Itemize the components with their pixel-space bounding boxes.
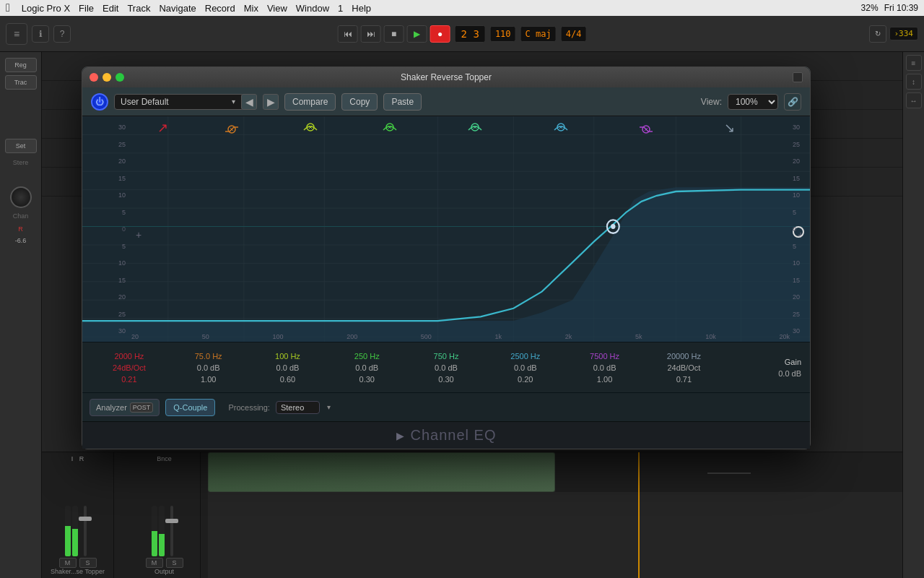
mute-button-2[interactable]: M	[146, 558, 163, 568]
band-3-gain: 0.0 dB	[276, 363, 300, 372]
plugin-controls: ⏻ User Default ▾ ◀ ▶ Compare Copy Paste …	[82, 87, 810, 116]
fast-forward-button[interactable]: ⏭	[361, 25, 381, 43]
apple-icon: 	[6, 1, 10, 14]
info-icon[interactable]: ℹ	[32, 25, 49, 43]
mixer-channel-1: I R	[42, 452, 114, 578]
band-5-handle[interactable]	[467, 121, 483, 137]
sidebar-tracks-btn[interactable]: Trac	[5, 75, 37, 90]
channel-eq-title: Channel EQ	[411, 427, 497, 444]
eq-curve-svg	[82, 116, 810, 342]
menu-navigate[interactable]: Navigate	[159, 3, 196, 14]
play-button[interactable]: ▶	[407, 25, 427, 43]
menu-logic-pro[interactable]: Logic Pro X	[22, 3, 70, 14]
compare-button[interactable]: Compare	[284, 93, 336, 111]
band-6-freq: 2500 Hz	[510, 352, 540, 361]
band-7-handle[interactable]	[638, 121, 654, 137]
expand-icon[interactable]: ↕	[906, 74, 922, 90]
post-badge: POST	[130, 402, 154, 413]
fader-handle-1[interactable]	[79, 517, 92, 521]
menu-record[interactable]: Record	[205, 3, 235, 14]
tempo-display: 110	[490, 26, 516, 42]
help-icon[interactable]: ?	[53, 25, 71, 43]
processing-dropdown-arrow: ▾	[327, 403, 331, 411]
mute-button-1[interactable]: M	[59, 558, 77, 568]
q-couple-button[interactable]: Q-Couple	[165, 399, 215, 416]
band-4-handle[interactable]	[382, 121, 398, 137]
fader-track-1	[84, 506, 87, 556]
timesig-display: 4/4	[561, 26, 587, 42]
processing-label: Processing:	[228, 403, 269, 412]
receive-button[interactable]: R	[79, 455, 84, 462]
band-4-params: 250 Hz 0.0 dB 0.30	[327, 348, 406, 388]
channel-label-2: Output	[132, 568, 197, 575]
band-parameters: 2000 Hz 24dB/Oct 0.21 75.0 Hz 0.0 dB 1.0…	[82, 342, 810, 392]
track-clip-1[interactable]	[208, 452, 555, 492]
key-display: C maj	[520, 26, 557, 42]
processing-select[interactable]: Stereo Left Right Mid Side	[276, 401, 320, 414]
traffic-lights	[90, 73, 124, 82]
view-label: View:	[701, 97, 722, 107]
solo-button-1[interactable]: S	[79, 558, 97, 568]
db-readout: -6.6	[15, 237, 27, 244]
copy-button[interactable]: Copy	[341, 93, 378, 111]
fader-handle-2[interactable]	[165, 519, 178, 523]
playhead[interactable]	[638, 452, 640, 578]
link-button[interactable]: 🔗	[784, 93, 801, 111]
analyzer-button[interactable]: Analyzer POST	[90, 399, 160, 416]
menubar:  Logic Pro X File Edit Track Navigate R…	[0, 0, 924, 16]
menu-view[interactable]: View	[267, 3, 287, 14]
menu-window[interactable]: Window	[296, 3, 329, 14]
record-button[interactable]: ●	[430, 25, 450, 43]
menu-1[interactable]: 1	[338, 3, 343, 14]
clip-placeholder	[707, 473, 751, 474]
view-select[interactable]: 100%	[728, 94, 778, 110]
preset-select[interactable]: User Default	[114, 94, 244, 110]
band-2-handle[interactable]	[224, 121, 240, 137]
vu-green-1b	[72, 529, 78, 557]
band-8-handle[interactable]: ↘	[724, 120, 735, 136]
record-label: R	[18, 225, 23, 233]
stop-button[interactable]: ■	[384, 25, 404, 43]
vu-meter-right-1	[72, 506, 78, 556]
band-1-params: 2000 Hz 24dB/Oct 0.21	[90, 348, 169, 388]
freq-20k: 20k	[779, 333, 790, 340]
bounce-button[interactable]: Bnce	[157, 455, 172, 462]
close-button[interactable]	[90, 73, 98, 82]
play-eq-button[interactable]: ▶	[396, 430, 405, 441]
band-2-q: 1.00	[201, 375, 216, 384]
mixer-icon[interactable]: ≡	[906, 55, 922, 71]
plugin-settings-icon[interactable]	[793, 72, 803, 82]
knob-1[interactable]	[10, 186, 32, 208]
paste-button[interactable]: Paste	[383, 93, 422, 111]
next-preset-button[interactable]: ▶	[263, 94, 279, 110]
input-button[interactable]: I	[71, 455, 74, 462]
cycle-button[interactable]: ↻	[869, 25, 886, 43]
menu-edit[interactable]: Edit	[103, 3, 118, 14]
sidebar-set-btn[interactable]: Set	[5, 139, 37, 153]
eq-add-left-button[interactable]: +	[133, 229, 144, 241]
prev-preset-button[interactable]: ◀	[241, 94, 257, 110]
menu-mix[interactable]: Mix	[244, 3, 258, 14]
solo-button-2[interactable]: S	[166, 558, 183, 568]
maximize-button[interactable]	[116, 73, 124, 82]
menu-file[interactable]: File	[79, 3, 94, 14]
minimize-button[interactable]	[103, 73, 111, 82]
menu-track[interactable]: Track	[127, 3, 150, 14]
band-1-handle[interactable]: ↗	[157, 120, 168, 136]
eq-display[interactable]: ↗	[82, 116, 810, 342]
band-3-handle[interactable]	[302, 121, 318, 137]
freq-200: 200	[346, 333, 357, 340]
sidebar-regions-btn[interactable]: Reg	[5, 58, 37, 72]
vu-meter-left-2	[152, 506, 157, 556]
band-6-handle[interactable]	[553, 121, 569, 137]
vu-meter-right-2	[159, 506, 165, 556]
arrows-icon[interactable]: ↔	[906, 92, 922, 108]
library-icon[interactable]: ≡	[6, 23, 27, 45]
band-4-freq: 250 Hz	[354, 352, 380, 361]
daw-main: Reg Trac Set Stere Chan R -6.6	[0, 52, 924, 578]
vu-meter-left-1	[65, 506, 71, 556]
power-button[interactable]: ⏻	[91, 93, 108, 111]
rewind-button[interactable]: ⏮	[338, 25, 358, 43]
track-area: Shaker Reverse Topper ⏻ User Default ▾ ◀…	[42, 52, 902, 578]
menu-help[interactable]: Help	[352, 3, 371, 14]
